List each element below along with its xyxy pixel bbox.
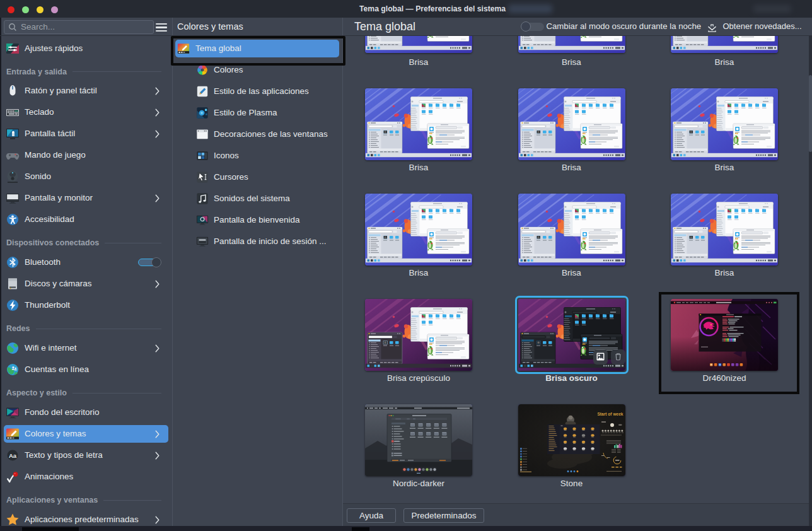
svg-text:Aa: Aa xyxy=(9,452,17,459)
